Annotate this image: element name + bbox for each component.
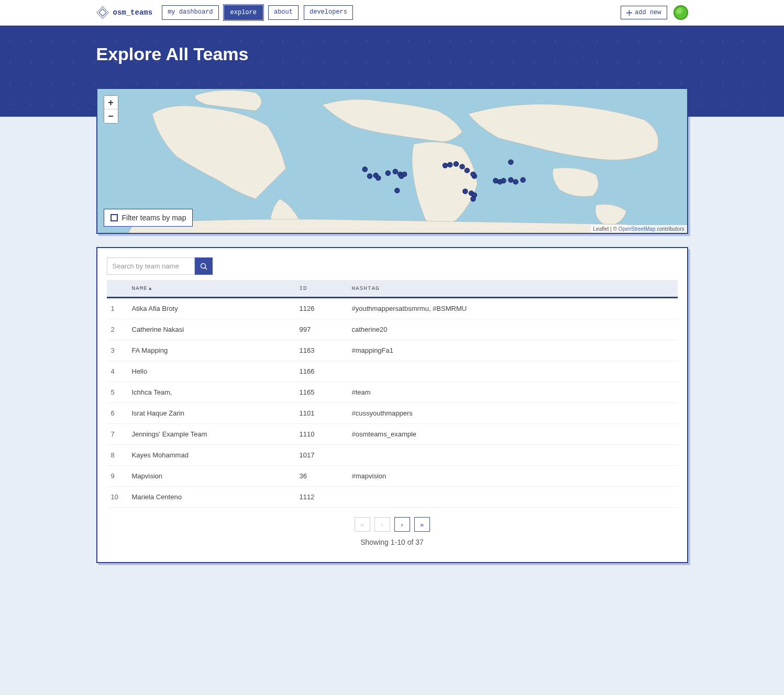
map-marker[interactable] [393, 169, 397, 174]
row-hashtag: #cussyouthmappers [348, 403, 678, 424]
row-hashtag [348, 487, 678, 508]
row-name: Israt Haque Zarin [128, 403, 295, 424]
filter-by-map-toggle[interactable]: Filter teams by map [104, 209, 193, 227]
row-name: Hello [128, 361, 295, 382]
map-attribution: Leaflet | © OpenStreetMap contributors [591, 225, 687, 233]
row-name: Catherine Nakasi [128, 319, 295, 340]
teams-table: NAME▲ ID HASHTAG 1Atika Afia Broty1126#y… [107, 280, 678, 508]
map-marker[interactable] [462, 189, 467, 194]
table-row[interactable]: 7Jennings' Example Team1110#osmteams_exa… [107, 424, 678, 445]
row-hashtag [348, 361, 678, 382]
col-name-header[interactable]: NAME▲ [128, 280, 295, 298]
nav-links: my dashboardexploreaboutdevelopers [162, 5, 353, 20]
page-next-button[interactable]: › [394, 517, 410, 532]
row-hashtag: #osmteams_example [348, 424, 678, 445]
filter-label: Filter teams by map [122, 214, 186, 222]
map-marker[interactable] [447, 162, 452, 167]
search-icon [200, 263, 207, 270]
map-marker[interactable] [520, 177, 525, 182]
map-marker[interactable] [385, 171, 390, 175]
row-index: 5 [107, 382, 128, 403]
row-id: 1165 [295, 382, 348, 403]
row-name: Ichhca Team, [128, 382, 295, 403]
row-hashtag: #youthmappersatbsmrmu, #BSMRMU [348, 298, 678, 319]
row-name: Mapvision [128, 466, 295, 487]
map-marker[interactable] [465, 168, 469, 173]
row-id: 1017 [295, 445, 348, 466]
map-marker[interactable] [470, 172, 475, 176]
add-new-label: add new [635, 9, 661, 16]
row-index: 8 [107, 445, 128, 466]
map-marker[interactable] [508, 177, 513, 182]
nav-my-dashboard[interactable]: my dashboard [162, 5, 218, 20]
row-name: FA Mapping [128, 340, 295, 361]
map-container[interactable]: + − Filter teams by map Leaflet | © Open… [97, 89, 687, 233]
map-marker[interactable] [459, 164, 464, 169]
row-hashtag: #team [348, 382, 678, 403]
table-row[interactable]: 10Mariela Centeno1112 [107, 487, 678, 508]
nav-developers[interactable]: developers [304, 5, 353, 20]
map-marker[interactable] [402, 172, 406, 176]
row-id: 1101 [295, 403, 348, 424]
table-row[interactable]: 8Kayes Mohammad1017 [107, 445, 678, 466]
page-first-button: « [355, 517, 370, 532]
map-marker[interactable] [508, 160, 513, 164]
row-index: 9 [107, 466, 128, 487]
teams-table-card: NAME▲ ID HASHTAG 1Atika Afia Broty1126#y… [96, 247, 688, 563]
search-button[interactable] [195, 257, 213, 275]
row-index: 6 [107, 403, 128, 424]
row-id: 1163 [295, 340, 348, 361]
zoom-controls: + − [104, 95, 118, 124]
page-title: Explore All Teams [96, 44, 688, 64]
pagination-info: Showing 1-10 of 37 [107, 538, 678, 546]
row-index: 1 [107, 298, 128, 319]
map-marker[interactable] [501, 178, 505, 183]
plus-icon [626, 10, 632, 16]
pagination: « ‹ › » [107, 517, 678, 532]
map-card: + − Filter teams by map Leaflet | © Open… [96, 88, 688, 234]
row-index: 4 [107, 361, 128, 382]
nav-explore[interactable]: explore [224, 5, 263, 20]
page-last-button[interactable]: » [414, 517, 430, 532]
row-name: Kayes Mohammad [128, 445, 295, 466]
map-marker[interactable] [454, 162, 458, 166]
row-id: 1166 [295, 361, 348, 382]
svg-rect-1 [98, 9, 106, 16]
row-hashtag: catherine20 [348, 319, 678, 340]
row-index: 10 [107, 487, 128, 508]
map-marker[interactable] [513, 180, 518, 184]
row-id: 1112 [295, 487, 348, 508]
brand-logo[interactable]: osm_teams [96, 6, 153, 19]
add-new-button[interactable]: add new [621, 6, 667, 19]
map-marker[interactable] [376, 176, 380, 181]
table-row[interactable]: 5Ichhca Team,1165#team [107, 382, 678, 403]
top-navigation: osm_teams my dashboardexploreaboutdevelo… [0, 0, 784, 26]
sort-asc-icon: ▲ [149, 286, 152, 292]
map-marker[interactable] [443, 163, 447, 168]
table-row[interactable]: 2Catherine Nakasi997catherine20 [107, 319, 678, 340]
table-row[interactable]: 4Hello1166 [107, 361, 678, 382]
map-marker[interactable] [470, 196, 475, 201]
row-name: Jennings' Example Team [128, 424, 295, 445]
map-marker[interactable] [394, 188, 399, 193]
map-marker[interactable] [367, 174, 372, 178]
col-index [107, 280, 128, 298]
brand-text: osm_teams [113, 8, 153, 17]
col-id-header[interactable]: ID [295, 280, 348, 298]
user-avatar[interactable] [673, 5, 688, 20]
table-row[interactable]: 9Mapvision36#mapvision [107, 466, 678, 487]
zoom-in-button[interactable]: + [104, 96, 118, 109]
table-row[interactable]: 6Israt Haque Zarin1101#cussyouthmappers [107, 403, 678, 424]
table-row[interactable]: 3FA Mapping1163#mappingFa1 [107, 340, 678, 361]
table-row[interactable]: 1Atika Afia Broty1126#youthmappersatbsmr… [107, 298, 678, 319]
row-hashtag: #mapvision [348, 466, 678, 487]
row-id: 997 [295, 319, 348, 340]
osm-link[interactable]: OpenStreetMap [619, 226, 656, 232]
map-marker[interactable] [362, 167, 367, 172]
col-hashtag-header[interactable]: HASHTAG [348, 280, 678, 298]
zoom-out-button[interactable]: − [104, 109, 118, 123]
search-input[interactable] [107, 257, 195, 275]
nav-about[interactable]: about [268, 5, 299, 20]
page-prev-button: ‹ [374, 517, 390, 532]
row-name: Mariela Centeno [128, 487, 295, 508]
